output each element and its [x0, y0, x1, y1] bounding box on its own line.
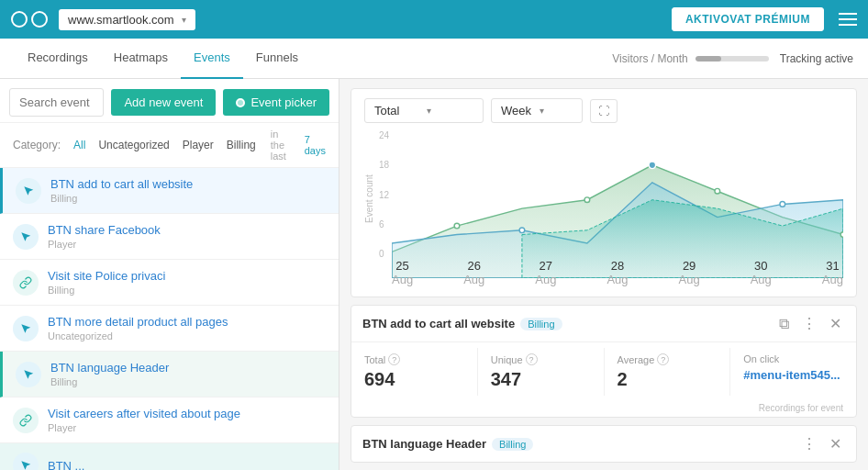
total-help-icon[interactable]: ?: [388, 353, 400, 365]
event-item-7[interactable]: BTN ...: [0, 443, 339, 470]
event-card-1-header: BTN add to cart all website Billing ⧉ ⋮ …: [351, 306, 856, 342]
stat-total: Total ? 694: [351, 348, 478, 396]
y-axis: 24 18 12 6 0: [379, 130, 389, 259]
chart-toolbar: Total ▾ Week ▾ ⛶: [364, 98, 843, 123]
nav-heatmaps[interactable]: Heatmaps: [101, 39, 181, 79]
y-tick-0: 24: [379, 130, 389, 140]
chart-dot-2: [780, 202, 785, 207]
time-filter-value[interactable]: 7 days: [305, 134, 326, 156]
menu-line-3: [839, 24, 857, 26]
event-card-2-header: BTN language Header Billing ⋮ ✕: [351, 426, 856, 462]
add-event-button[interactable]: Add new event: [111, 89, 216, 116]
event-item-1[interactable]: BTN add to cart all website Billing: [0, 168, 339, 214]
average-help-icon[interactable]: ?: [657, 353, 669, 365]
url-selector[interactable]: www.smartlook.com ▾: [59, 9, 195, 30]
event-icon-1: [16, 178, 41, 204]
week-select-label: Week: [501, 104, 534, 118]
x-month-0: Aug: [392, 273, 413, 286]
event-item-3[interactable]: Visit site Police privaci Billing: [0, 260, 339, 306]
event-info-5: BTN language Header Billing: [50, 361, 169, 387]
chart-dot-6: [840, 232, 843, 238]
category-all[interactable]: All: [70, 137, 89, 153]
nav-recordings[interactable]: Recordings: [15, 39, 101, 79]
logo-circle-1: [11, 11, 28, 28]
event-name-5: BTN language Header: [50, 361, 169, 375]
menu-line-2: [839, 18, 857, 20]
visitors-label: Visitors / Month: [612, 52, 687, 65]
chart-dot-5: [715, 188, 720, 194]
premium-button[interactable]: AKTIVOVAT PRÉMIUM: [672, 7, 824, 31]
event-card-1-more-button[interactable]: ⋮: [798, 313, 820, 334]
category-filter: Category: All Uncategorized Player Billi…: [0, 123, 339, 168]
x-day-6: 31: [826, 259, 839, 273]
x-day-4: 29: [683, 259, 696, 273]
event-cat-4: Uncategorized: [48, 330, 228, 341]
search-input[interactable]: [9, 88, 104, 117]
event-card-1-close-button[interactable]: ✕: [826, 313, 845, 334]
chart-area: Event count 24 18 12 6 0: [364, 130, 843, 286]
nav-funnels[interactable]: Funnels: [243, 39, 311, 79]
category-player[interactable]: Player: [179, 137, 217, 153]
search-toolbar: Add new event Event picker: [0, 79, 339, 123]
hamburger-menu-button[interactable]: [839, 9, 857, 29]
logo-circle-2: [31, 11, 48, 28]
event-name-4: BTN more detail product all pages: [48, 315, 228, 329]
event-name-6: Visit careers after visited about page: [48, 407, 240, 420]
event-item-5[interactable]: BTN language Header Billing: [0, 352, 339, 397]
event-cat-5: Billing: [50, 376, 169, 387]
event-item-4[interactable]: BTN more detail product all pages Uncate…: [0, 306, 339, 352]
stat-average-value: 2: [618, 369, 718, 390]
x-month-5: Aug: [751, 273, 772, 286]
stat-note: Recordings for event: [351, 401, 856, 417]
nav-events[interactable]: Events: [181, 39, 243, 79]
chart-dot-peak: [649, 162, 656, 169]
chart-dot-4: [584, 197, 590, 203]
stat-average: Average ? 2: [605, 348, 731, 396]
event-icon-4: [13, 316, 39, 341]
chart-dot-1: [519, 228, 525, 233]
category-billing[interactable]: Billing: [223, 137, 260, 153]
event-icon-6: [13, 408, 39, 433]
url-text: www.smartlook.com: [68, 13, 174, 27]
stat-unique-value: 347: [491, 369, 591, 390]
stat-total-value: 694: [364, 369, 464, 390]
event-card-2-more-button[interactable]: ⋮: [798, 433, 820, 454]
event-card-2-close-button[interactable]: ✕: [826, 433, 845, 454]
event-cat-3: Billing: [48, 285, 165, 296]
event-item-6[interactable]: Visit careers after visited about page P…: [0, 397, 339, 443]
x-month-1: Aug: [463, 273, 484, 286]
event-item-2[interactable]: BTN share Facebook Player: [0, 214, 339, 260]
x-month-4: Aug: [679, 273, 700, 286]
total-select[interactable]: Total ▾: [364, 98, 484, 123]
category-uncategorized[interactable]: Uncategorized: [95, 137, 172, 153]
event-icon-2: [13, 224, 39, 250]
stat-onclick-label: On click: [743, 353, 843, 364]
y-tick-3: 6: [379, 219, 389, 229]
event-info-3: Visit site Police privaci Billing: [48, 269, 165, 296]
event-list: BTN add to cart all website Billing BTN …: [0, 168, 339, 470]
y-tick-4: 0: [379, 249, 389, 259]
x-tick-4: 29Aug: [679, 259, 700, 286]
event-info-6: Visit careers after visited about page P…: [48, 407, 240, 433]
unique-help-icon[interactable]: ?: [526, 353, 538, 365]
event-card-1-tag: Billing: [520, 318, 562, 330]
x-day-2: 27: [540, 259, 552, 273]
stat-onclick: On click #menu-item545...: [730, 348, 856, 396]
y-tick-2: 12: [379, 190, 389, 200]
topbar: www.smartlook.com ▾ AKTIVOVAT PRÉMIUM: [0, 0, 868, 39]
event-name-7: BTN ...: [48, 459, 84, 471]
x-tick-2: 27Aug: [535, 259, 556, 286]
x-axis: 25Aug 26Aug 27Aug 28Aug 29Aug 30Aug 31Au…: [392, 259, 843, 286]
x-day-0: 25: [395, 259, 408, 273]
navbar: Recordings Heatmaps Events Funnels Visit…: [0, 39, 868, 79]
week-select[interactable]: Week ▾: [491, 98, 583, 123]
visitors-bar: [696, 56, 769, 62]
total-select-arrow: ▾: [427, 106, 473, 116]
event-card-1-copy-button[interactable]: ⧉: [775, 314, 793, 334]
chart-fullscreen-button[interactable]: ⛶: [590, 99, 618, 123]
chart-dot-3: [454, 223, 460, 229]
category-label: Category:: [13, 139, 61, 151]
event-picker-button[interactable]: Event picker: [223, 89, 329, 116]
stat-unique-label: Unique ?: [491, 353, 591, 365]
stat-onclick-value: #menu-item545...: [743, 368, 843, 382]
